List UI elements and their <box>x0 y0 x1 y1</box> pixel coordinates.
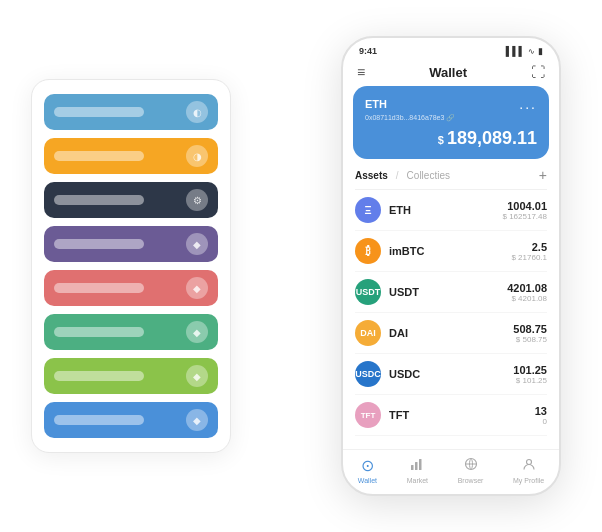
card-item[interactable]: ◑ <box>44 138 218 174</box>
eth-label: ETH <box>365 98 387 110</box>
asset-row-usdc[interactable]: USDC USDC 101.25 $ 101.25 <box>355 354 547 395</box>
status-time: 9:41 <box>359 46 377 56</box>
usdc-qty: 101.25 <box>513 364 547 376</box>
usdc-name: USDC <box>389 368 513 380</box>
expand-icon[interactable]: ⛶ <box>531 64 545 80</box>
profile-tab-icon <box>522 457 536 475</box>
nav-bar: ≡ Wallet ⛶ <box>343 60 559 86</box>
dai-name: DAI <box>389 327 513 339</box>
menu-icon[interactable]: ≡ <box>357 64 365 80</box>
browser-tab-icon <box>464 457 478 475</box>
usdc-usd: $ 101.25 <box>513 376 547 385</box>
tabs-left: Assets / Collecties <box>355 170 450 181</box>
eth-card[interactable]: ETH ... 0x08711d3b...8416a78e3 🔗 $189,08… <box>353 86 549 159</box>
asset-row-tft[interactable]: TFT TFT 13 0 <box>355 395 547 436</box>
card-item[interactable]: ◆ <box>44 402 218 438</box>
imbtc-amounts: 2.5 $ 21760.1 <box>511 241 547 262</box>
asset-list: Ξ ETH 1004.01 $ 162517.48 ₿ imBTC 2.5 $ … <box>343 190 559 449</box>
card-item-icon: ◆ <box>186 321 208 343</box>
card-item-text <box>54 415 144 425</box>
eth-amount: $189,089.11 <box>365 128 537 149</box>
add-asset-button[interactable]: + <box>539 167 547 183</box>
card-item[interactable]: ◆ <box>44 270 218 306</box>
eth-amounts: 1004.01 $ 162517.48 <box>503 200 548 221</box>
usdt-name: USDT <box>389 286 507 298</box>
scene: ◐ ◑ ⚙ ◆ ◆ ◆ ◆ ◆ <box>11 11 591 521</box>
card-item[interactable]: ⚙ <box>44 182 218 218</box>
card-item-text <box>54 371 144 381</box>
card-item-text <box>54 151 144 161</box>
usdc-logo: USDC <box>355 361 381 387</box>
dai-logo: DAI <box>355 320 381 346</box>
tft-qty: 13 <box>535 405 547 417</box>
tft-amounts: 13 0 <box>535 405 547 426</box>
tft-usd: 0 <box>535 417 547 426</box>
asset-row-usdt[interactable]: USDT USDT 4201.08 $ 4201.08 <box>355 272 547 313</box>
card-item[interactable]: ◆ <box>44 314 218 350</box>
usdt-amounts: 4201.08 $ 4201.08 <box>507 282 547 303</box>
tab-profile[interactable]: My Profile <box>513 457 544 484</box>
eth-more-button[interactable]: ... <box>519 96 537 112</box>
wifi-icon: ∿ <box>528 47 535 56</box>
eth-usd: $ 162517.48 <box>503 212 548 221</box>
dai-usd: $ 508.75 <box>513 335 547 344</box>
battery-icon: ▮ <box>538 46 543 56</box>
card-stack: ◐ ◑ ⚙ ◆ ◆ ◆ ◆ ◆ <box>31 79 231 453</box>
tab-market[interactable]: Market <box>407 457 428 484</box>
wallet-tab-icon: ⊙ <box>361 456 374 475</box>
svg-point-5 <box>526 459 531 464</box>
eth-logo: Ξ <box>355 197 381 223</box>
card-item-icon: ◆ <box>186 233 208 255</box>
nav-title: Wallet <box>429 65 467 80</box>
usdt-usd: $ 4201.08 <box>507 294 547 303</box>
currency-symbol: $ <box>438 134 444 146</box>
status-bar: 9:41 ▌▌▌ ∿ ▮ <box>343 38 559 60</box>
dai-amounts: 508.75 $ 508.75 <box>513 323 547 344</box>
asset-row-dai[interactable]: DAI DAI 508.75 $ 508.75 <box>355 313 547 354</box>
card-item-icon: ◑ <box>186 145 208 167</box>
card-item-icon: ◐ <box>186 101 208 123</box>
status-icons: ▌▌▌ ∿ ▮ <box>506 46 543 56</box>
card-item-icon: ◆ <box>186 409 208 431</box>
tab-assets[interactable]: Assets <box>355 170 388 181</box>
market-tab-label: Market <box>407 477 428 484</box>
phone-mockup: 9:41 ▌▌▌ ∿ ▮ ≡ Wallet ⛶ ETH ... 0x08711d… <box>341 36 561 496</box>
card-item-icon: ◆ <box>186 365 208 387</box>
usdt-logo: USDT <box>355 279 381 305</box>
tft-name: TFT <box>389 409 535 421</box>
bottom-bar: ⊙ Wallet Market <box>343 449 559 494</box>
eth-address: 0x08711d3b...8416a78e3 🔗 <box>365 114 537 122</box>
card-item[interactable]: ◆ <box>44 358 218 394</box>
profile-tab-label: My Profile <box>513 477 544 484</box>
eth-name: ETH <box>389 204 503 216</box>
tft-logo: TFT <box>355 402 381 428</box>
browser-tab-label: Browser <box>458 477 484 484</box>
assets-tabs: Assets / Collecties + <box>343 167 559 189</box>
card-item-text <box>54 327 144 337</box>
svg-rect-1 <box>415 462 418 470</box>
dai-qty: 508.75 <box>513 323 547 335</box>
asset-row-eth[interactable]: Ξ ETH 1004.01 $ 162517.48 <box>355 190 547 231</box>
wallet-tab-label: Wallet <box>358 477 377 484</box>
signal-icon: ▌▌▌ <box>506 46 525 56</box>
imbtc-logo: ₿ <box>355 238 381 264</box>
asset-row-imbtc[interactable]: ₿ imBTC 2.5 $ 21760.1 <box>355 231 547 272</box>
eth-card-header: ETH ... <box>365 96 537 112</box>
eth-value: 189,089.11 <box>447 128 537 148</box>
card-item-icon: ⚙ <box>186 189 208 211</box>
card-item[interactable]: ◐ <box>44 94 218 130</box>
tab-wallet[interactable]: ⊙ Wallet <box>358 456 377 484</box>
eth-qty: 1004.01 <box>503 200 548 212</box>
tab-browser[interactable]: Browser <box>458 457 484 484</box>
imbtc-usd: $ 21760.1 <box>511 253 547 262</box>
card-item-icon: ◆ <box>186 277 208 299</box>
card-item[interactable]: ◆ <box>44 226 218 262</box>
imbtc-name: imBTC <box>389 245 511 257</box>
tab-divider: / <box>396 170 399 181</box>
tab-collecties[interactable]: Collecties <box>407 170 450 181</box>
svg-rect-0 <box>411 465 414 470</box>
imbtc-qty: 2.5 <box>511 241 547 253</box>
svg-rect-2 <box>419 459 422 470</box>
usdc-amounts: 101.25 $ 101.25 <box>513 364 547 385</box>
card-item-text <box>54 195 144 205</box>
